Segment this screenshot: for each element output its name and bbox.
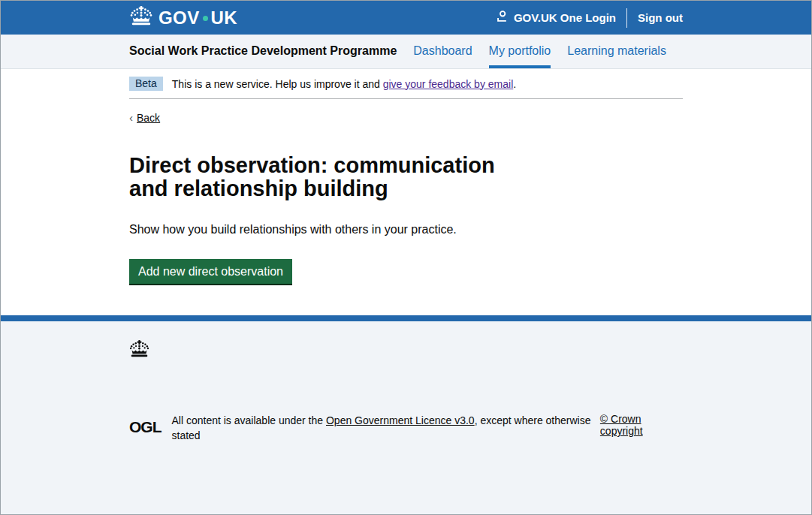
ogl-logo: OGL bbox=[129, 420, 161, 436]
logo-wordmark: GOVUK bbox=[158, 8, 237, 29]
nav-item-learning-materials[interactable]: Learning materials bbox=[567, 44, 666, 68]
crown-icon bbox=[129, 6, 153, 29]
logo-dot bbox=[203, 16, 208, 21]
footer-licence: OGL All content is available under the O… bbox=[129, 413, 600, 443]
licence-text: All content is available under the Open … bbox=[172, 413, 600, 443]
govuk-footer: OGL All content is available under the O… bbox=[1, 315, 811, 515]
page-description: Show how you build relationships with ot… bbox=[129, 220, 498, 239]
beta-tag: Beta bbox=[129, 77, 163, 91]
header-account: GOV.UK One Login Sign out bbox=[497, 8, 683, 28]
phase-banner: Beta This is a new service. Help us impr… bbox=[129, 69, 683, 99]
page: GOVUK GOV.UK One Login Sign out bbox=[0, 0, 812, 515]
person-circle-icon bbox=[497, 11, 508, 25]
govuk-header: GOVUK GOV.UK One Login Sign out bbox=[1, 1, 811, 35]
one-login-label: GOV.UK One Login bbox=[514, 11, 616, 24]
feedback-email-link[interactable]: give your feedback by email bbox=[383, 78, 514, 90]
footer-crown-link[interactable] bbox=[129, 340, 149, 361]
sign-out-link[interactable]: Sign out bbox=[638, 11, 683, 24]
back-link[interactable]: ‹ Back bbox=[129, 111, 160, 124]
crown-copyright-link[interactable]: © Crown copyright bbox=[600, 413, 683, 437]
footer-meta: OGL All content is available under the O… bbox=[129, 413, 683, 443]
add-direct-observation-button[interactable]: Add new direct observation bbox=[129, 259, 292, 284]
one-login-link[interactable]: GOV.UK One Login bbox=[497, 11, 616, 25]
nav-item-my-portfolio[interactable]: My portfolio bbox=[489, 44, 551, 68]
back-link-label: Back bbox=[137, 112, 160, 124]
phase-banner-text: This is a new service. Help us improve i… bbox=[172, 78, 516, 90]
main-content: Beta This is a new service. Help us impr… bbox=[1, 69, 811, 315]
service-name: Social Work Practice Development Program… bbox=[129, 44, 397, 68]
crown-icon bbox=[129, 348, 149, 360]
service-navigation: Social Work Practice Development Program… bbox=[1, 35, 811, 69]
chevron-left-icon: ‹ bbox=[129, 111, 133, 124]
page-title: Direct observation: communication and re… bbox=[129, 154, 505, 200]
govuk-logo-link[interactable]: GOVUK bbox=[129, 6, 237, 29]
ogl-licence-link[interactable]: Open Government Licence v3.0 bbox=[326, 414, 475, 426]
nav-item-dashboard[interactable]: Dashboard bbox=[413, 44, 472, 68]
header-divider bbox=[626, 8, 627, 28]
